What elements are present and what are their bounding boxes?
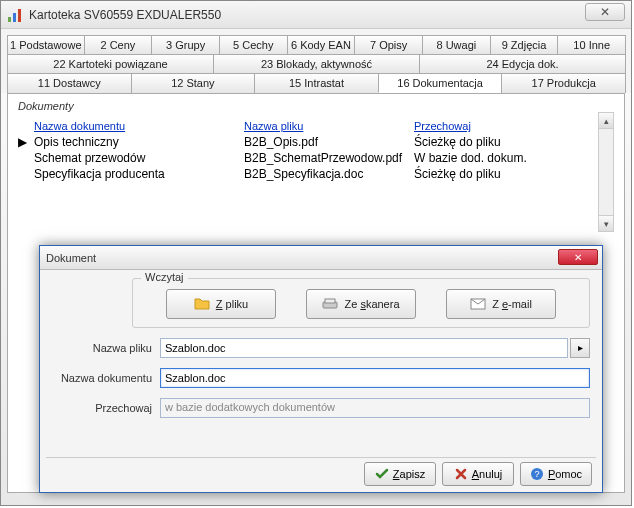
- cell-store: W bazie dod. dokum.: [414, 151, 564, 165]
- tab-7-opisy[interactable]: 7 Opisy: [354, 35, 423, 54]
- tab-3-grupy[interactable]: 3 Grupy: [151, 35, 220, 54]
- dialog-close-button[interactable]: ✕: [558, 249, 598, 265]
- cell-name: Schemat przewodów: [34, 151, 244, 165]
- col-name[interactable]: Nazwa dokumentu: [34, 120, 244, 132]
- tabs-area: 1 Podstawowe2 Ceny3 Grupy5 Cechy6 Kody E…: [1, 29, 631, 93]
- documents-grid: Nazwa dokumentu Nazwa pliku Przechowaj ▶…: [18, 118, 614, 182]
- tab-5-cechy[interactable]: 5 Cechy: [219, 35, 288, 54]
- table-row[interactable]: Schemat przewodówB2B_SchematPrzewodow.pd…: [18, 150, 614, 166]
- email-icon: [470, 296, 486, 312]
- file-name-picker-button[interactable]: ▸: [570, 338, 590, 358]
- help-icon: ?: [530, 467, 544, 481]
- window-title: Kartoteka SV60559 EXDUALER550: [29, 8, 221, 22]
- cell-name: Opis techniczny: [34, 135, 244, 149]
- load-group-label: Wczytaj: [141, 271, 188, 283]
- cell-file: B2B_Opis.pdf: [244, 135, 414, 149]
- scanner-icon: [322, 296, 338, 312]
- cell-file: B2B_SchematPrzewodow.pdf: [244, 151, 414, 165]
- tab-24-edycja-dok.[interactable]: 24 Edycja dok.: [419, 54, 626, 73]
- folder-icon: [194, 296, 210, 312]
- tab-17-produkcja[interactable]: 17 Produkcja: [501, 73, 626, 93]
- table-row[interactable]: ▶Opis technicznyB2B_Opis.pdfŚcieżkę do p…: [18, 134, 614, 150]
- row-indicator-icon: [18, 151, 34, 165]
- scroll-up-icon[interactable]: ▴: [599, 113, 613, 129]
- dialog-body: Wczytaj Z pliku Ze skanera: [40, 270, 602, 426]
- col-store[interactable]: Przechowaj: [414, 120, 564, 132]
- cell-store: Ścieżkę do pliku: [414, 167, 564, 181]
- tab-6-kody-ean[interactable]: 6 Kody EAN: [287, 35, 356, 54]
- dialog-footer: Zapisz Anuluj ? Pomoc: [364, 462, 592, 486]
- svg-rect-1: [13, 13, 16, 22]
- help-label: Pomoc: [548, 468, 582, 480]
- from-scanner-button[interactable]: Ze skanera: [306, 289, 416, 319]
- dialog-titlebar: Dokument ✕: [40, 246, 602, 270]
- store-select[interactable]: w bazie dodatkowych dokumentów: [160, 398, 590, 418]
- grid-header: Nazwa dokumentu Nazwa pliku Przechowaj: [18, 118, 614, 134]
- file-name-row: Nazwa pliku ▸: [52, 338, 590, 358]
- svg-text:?: ?: [534, 469, 539, 479]
- tab-10-inne[interactable]: 10 Inne: [557, 35, 626, 54]
- cell-file: B2B_Specyfikacja.doc: [244, 167, 414, 181]
- x-icon: [454, 467, 468, 481]
- svg-rect-0: [8, 17, 11, 22]
- tab-15-intrastat[interactable]: 15 Intrastat: [254, 73, 379, 93]
- tab-22-kartoteki-powiązane[interactable]: 22 Kartoteki powiązane: [7, 54, 214, 73]
- cell-store: Ścieżkę do pliku: [414, 135, 564, 149]
- cancel-label: Anuluj: [472, 468, 503, 480]
- dialog-divider: [46, 457, 596, 458]
- from-scanner-label: Ze skanera: [344, 298, 399, 310]
- tab-2-ceny[interactable]: 2 Ceny: [84, 35, 153, 54]
- col-file[interactable]: Nazwa pliku: [244, 120, 414, 132]
- tab-16-dokumentacja[interactable]: 16 Dokumentacja: [378, 73, 503, 93]
- file-name-label: Nazwa pliku: [52, 342, 152, 354]
- from-file-button[interactable]: Z pliku: [166, 289, 276, 319]
- save-button[interactable]: Zapisz: [364, 462, 436, 486]
- save-label: Zapisz: [393, 468, 425, 480]
- doc-name-label: Nazwa dokumentu: [52, 372, 152, 384]
- from-email-button[interactable]: Z e-mail: [446, 289, 556, 319]
- doc-name-row: Nazwa dokumentu: [52, 368, 590, 388]
- svg-rect-4: [325, 299, 335, 303]
- document-dialog: Dokument ✕ Wczytaj Z pliku: [39, 245, 603, 493]
- scroll-down-icon[interactable]: ▾: [599, 215, 613, 231]
- from-file-label: Z pliku: [216, 298, 248, 310]
- file-name-input[interactable]: [160, 338, 568, 358]
- titlebar: Kartoteka SV60559 EXDUALER550 ✕: [1, 1, 631, 29]
- cancel-button[interactable]: Anuluj: [442, 462, 514, 486]
- main-window: Kartoteka SV60559 EXDUALER550 ✕ 1 Podsta…: [0, 0, 632, 506]
- from-email-label: Z e-mail: [492, 298, 532, 310]
- store-label: Przechowaj: [52, 402, 152, 414]
- tab-23-blokady,-aktywność[interactable]: 23 Blokady, aktywność: [213, 54, 420, 73]
- tab-1-podstawowe[interactable]: 1 Podstawowe: [7, 35, 85, 54]
- svg-rect-2: [18, 9, 21, 22]
- table-row[interactable]: Specyfikacja producentaB2B_Specyfikacja.…: [18, 166, 614, 182]
- help-button[interactable]: ? Pomoc: [520, 462, 592, 486]
- row-indicator-icon: [18, 167, 34, 181]
- store-row: Przechowaj w bazie dodatkowych dokumentó…: [52, 398, 590, 418]
- grid-scrollbar[interactable]: ▴ ▾: [598, 112, 614, 232]
- tab-9-zdjęcia[interactable]: 9 Zdjęcia: [490, 35, 559, 54]
- row-indicator-icon: ▶: [18, 135, 34, 149]
- grid-label: Dokumenty: [18, 100, 74, 112]
- load-group: Wczytaj Z pliku Ze skanera: [132, 278, 590, 328]
- tab-12-stany[interactable]: 12 Stany: [131, 73, 256, 93]
- cell-name: Specyfikacja producenta: [34, 167, 244, 181]
- dialog-title: Dokument: [46, 252, 96, 264]
- doc-name-input[interactable]: [160, 368, 590, 388]
- app-icon: [7, 7, 23, 23]
- tab-11-dostawcy[interactable]: 11 Dostawcy: [7, 73, 132, 93]
- tab-8-uwagi[interactable]: 8 Uwagi: [422, 35, 491, 54]
- check-icon: [375, 467, 389, 481]
- window-close-button[interactable]: ✕: [585, 3, 625, 21]
